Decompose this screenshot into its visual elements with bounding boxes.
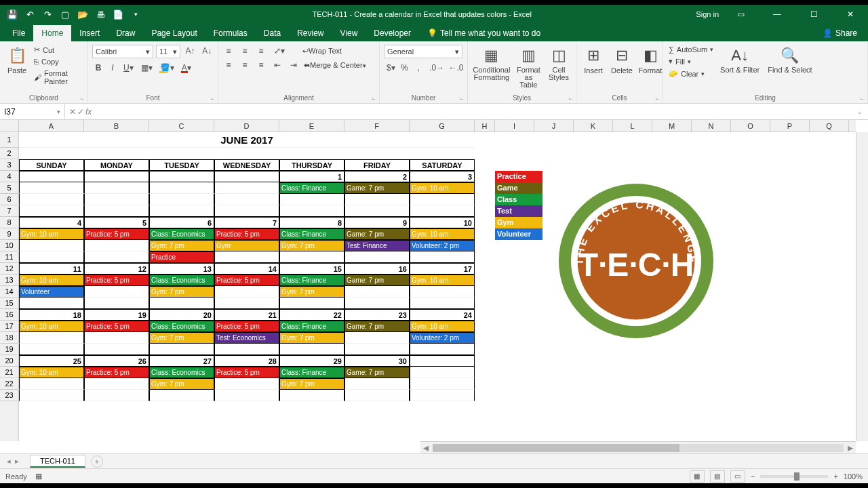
date-cell[interactable] — [410, 355, 475, 367]
fill-color-button[interactable]: 🪣▾ — [157, 62, 177, 74]
empty-cell[interactable] — [279, 390, 344, 401]
col-header-A[interactable]: A — [19, 120, 84, 131]
empty-cell[interactable] — [279, 298, 344, 309]
empty-cell[interactable] — [410, 194, 475, 205]
event-cell[interactable]: Practice: 5 pm — [84, 228, 149, 240]
new-icon[interactable]: ▢ — [57, 6, 73, 22]
empty-cell[interactable] — [149, 298, 214, 309]
event-cell[interactable]: Gym — [214, 240, 279, 251]
row-header-15[interactable]: 15 — [0, 298, 18, 309]
cells-area[interactable]: JUNE 2017 THE EXCEL CHALLENGE T·E·C·H SU… — [19, 132, 856, 441]
empty-cell[interactable] — [19, 194, 84, 205]
ribbon-options-icon[interactable]: ▭ — [726, 5, 755, 24]
signin-link[interactable]: Sign in — [696, 10, 719, 18]
zoom-out-button[interactable]: − — [751, 472, 755, 481]
tab-home[interactable]: Home — [33, 25, 71, 41]
indent-inc-button[interactable]: ⇥ — [288, 59, 300, 71]
event-cell[interactable]: Gym: 7 pm — [149, 240, 214, 251]
event-cell[interactable]: Practice: 5 pm — [214, 274, 279, 286]
sheet-prev-icon[interactable]: ◂ — [7, 457, 11, 466]
share-button[interactable]: 👤Share — [816, 25, 864, 41]
col-header-D[interactable]: D — [214, 120, 279, 131]
empty-cell[interactable] — [279, 205, 344, 217]
empty-cell[interactable] — [344, 194, 410, 205]
close-icon[interactable]: ✕ — [835, 5, 865, 24]
row-header-14[interactable]: 14 — [0, 286, 18, 298]
empty-cell[interactable] — [214, 194, 279, 205]
expand-formula-icon[interactable]: ⌄ — [852, 108, 868, 115]
empty-cell[interactable] — [19, 378, 84, 390]
event-cell[interactable]: Gym: 7 pm — [279, 286, 344, 298]
row-header-9[interactable]: 9 — [0, 228, 18, 240]
empty-cell[interactable] — [410, 298, 475, 309]
empty-cell[interactable] — [410, 251, 475, 263]
col-header-J[interactable]: J — [534, 120, 574, 131]
redo-icon[interactable]: ↷ — [39, 6, 56, 22]
conditional-formatting-button[interactable]: ▦Conditional Formatting — [472, 45, 511, 83]
tab-draw[interactable]: Draw — [108, 25, 143, 41]
autosum-button[interactable]: ∑AutoSum▾ — [667, 45, 715, 54]
align-center-button[interactable]: ≡ — [239, 59, 251, 71]
empty-cell[interactable] — [410, 205, 475, 217]
event-cell[interactable]: Practice: 5 pm — [214, 367, 279, 378]
event-cell[interactable]: Test: Economics — [214, 332, 279, 344]
event-cell[interactable]: Volunteer: 2 pm — [410, 332, 475, 344]
event-cell[interactable]: Practice: 5 pm — [214, 228, 279, 240]
font-name-select[interactable]: Calibri▾ — [92, 45, 153, 58]
horizontal-scrollbar[interactable]: ◂▸ — [420, 441, 856, 453]
qat-more-icon[interactable]: ▾ — [127, 6, 144, 22]
open-icon[interactable]: 📂 — [75, 6, 91, 22]
event-cell[interactable]: Class: Finance — [279, 367, 344, 378]
col-header-N[interactable]: N — [692, 120, 731, 131]
empty-cell[interactable] — [84, 205, 149, 217]
empty-cell[interactable] — [19, 182, 84, 194]
underline-button[interactable]: U▾ — [121, 62, 136, 74]
event-cell[interactable]: Gym: 10 am — [410, 182, 475, 194]
row-header-8[interactable]: 8 — [0, 217, 18, 228]
empty-cell[interactable] — [149, 205, 214, 217]
preview-icon[interactable]: 📄 — [110, 6, 126, 22]
accounting-button[interactable]: $▾ — [384, 62, 396, 74]
col-header-G[interactable]: G — [410, 120, 475, 131]
event-cell[interactable]: Test: Finance — [344, 240, 410, 251]
date-cell[interactable]: 26 — [84, 355, 149, 367]
indent-dec-button[interactable]: ⇤ — [271, 59, 283, 71]
event-cell[interactable]: Practice: 5 pm — [84, 274, 149, 286]
row-header-23[interactable]: 23 — [0, 390, 18, 401]
empty-cell[interactable] — [214, 251, 279, 263]
col-header-B[interactable]: B — [84, 120, 149, 131]
row-header-4[interactable]: 4 — [0, 171, 18, 182]
row-header-20[interactable]: 20 — [0, 355, 18, 367]
date-cell[interactable]: 21 — [214, 309, 279, 321]
empty-cell[interactable] — [410, 286, 475, 298]
event-cell[interactable]: Game: 7 pm — [344, 228, 410, 240]
macro-icon[interactable]: ▦ — [35, 472, 42, 481]
spreadsheet-grid[interactable]: ABCDEFGHIJKLMNOPQ 1234567891011121314151… — [0, 120, 868, 453]
number-format-select[interactable]: General▾ — [384, 45, 462, 58]
pagelayout-view-button[interactable]: ▤ — [710, 470, 725, 483]
empty-cell[interactable] — [344, 332, 410, 344]
pagebreak-view-button[interactable]: ▭ — [730, 470, 745, 483]
bold-button[interactable]: B — [92, 62, 104, 74]
empty-cell[interactable] — [344, 390, 410, 401]
tab-developer[interactable]: Developer — [366, 25, 419, 41]
date-cell[interactable]: 2 — [344, 171, 410, 182]
date-cell[interactable]: 20 — [149, 309, 214, 321]
sort-filter-button[interactable]: A↓Sort & Filter — [717, 45, 762, 75]
empty-cell[interactable] — [84, 182, 149, 194]
date-cell[interactable]: 1 — [279, 171, 344, 182]
empty-cell[interactable] — [19, 298, 84, 309]
empty-cell[interactable] — [279, 194, 344, 205]
paste-button[interactable]: 📋Paste — [4, 45, 30, 76]
col-header-C[interactable]: C — [149, 120, 214, 131]
col-header-H[interactable]: H — [475, 120, 495, 131]
col-header-E[interactable]: E — [279, 120, 344, 131]
grow-font-button[interactable]: A↑ — [183, 45, 197, 58]
row-header-17[interactable]: 17 — [0, 321, 18, 332]
quickprint-icon[interactable]: 🖶 — [92, 6, 108, 22]
maximize-icon[interactable]: ☐ — [799, 5, 829, 24]
event-cell[interactable]: Gym: 10 am — [410, 321, 475, 332]
empty-cell[interactable] — [344, 344, 410, 355]
event-cell[interactable]: Class: Economics — [149, 321, 214, 332]
tab-view[interactable]: View — [332, 25, 366, 41]
